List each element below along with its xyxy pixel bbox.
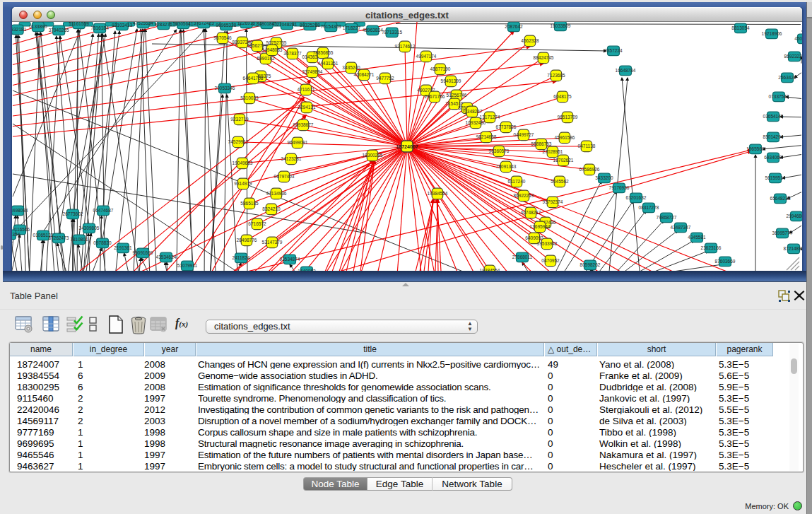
svg-text:51161559: 51161559	[69, 22, 89, 26]
svg-text:78498084: 78498084	[12, 208, 28, 213]
svg-text:0133890: 0133890	[29, 24, 47, 29]
svg-text:7123685: 7123685	[547, 73, 565, 78]
svg-text:51079911: 51079911	[177, 263, 198, 268]
svg-text:0978820: 0978820	[93, 240, 112, 245]
svg-text:9232719: 9232719	[230, 117, 249, 122]
svg-text:03654145: 03654145	[763, 114, 784, 119]
svg-text:56159514: 56159514	[765, 175, 786, 180]
svg-text:5310033: 5310033	[240, 95, 259, 100]
svg-text:96499091: 96499091	[288, 140, 308, 145]
svg-text:37940265: 37940265	[49, 28, 69, 33]
svg-text:06474687: 06474687	[93, 208, 114, 213]
svg-text:96360576: 96360576	[489, 148, 510, 153]
svg-text:87262473: 87262473	[49, 235, 69, 240]
svg-text:9314919: 9314919	[234, 181, 252, 186]
svg-text:18300295: 18300295	[363, 153, 383, 158]
svg-text:49947174: 49947174	[416, 54, 437, 59]
svg-text:98214658: 98214658	[476, 134, 497, 139]
svg-text:67586926: 67586926	[579, 167, 600, 172]
svg-text:93103413: 93103413	[112, 23, 132, 28]
svg-text:93174612: 93174612	[395, 44, 416, 49]
svg-text:74529912: 74529912	[228, 139, 249, 144]
svg-text:86923226: 86923226	[784, 54, 802, 59]
svg-text:79176936: 79176936	[609, 185, 630, 190]
svg-text:84251354: 84251354	[12, 232, 20, 237]
svg-text:6990162: 6990162	[257, 56, 275, 61]
svg-text:6716572: 6716572	[248, 221, 266, 226]
svg-text:2294131: 2294131	[298, 105, 316, 110]
svg-text:1965569: 1965569	[746, 146, 765, 151]
svg-text:65648236: 65648236	[770, 196, 791, 201]
svg-text:2191361: 2191361	[114, 245, 132, 250]
svg-text:19049663: 19049663	[233, 160, 253, 165]
svg-text:13171274: 13171274	[480, 115, 500, 119]
svg-text:27868011: 27868011	[512, 255, 533, 259]
svg-text:78856855: 78856855	[313, 50, 334, 55]
svg-text:55886753: 55886753	[531, 141, 552, 146]
svg-text:2087642: 2087642	[505, 24, 523, 29]
svg-text:33749894: 33749894	[302, 69, 323, 74]
svg-text:6409097: 6409097	[525, 235, 543, 240]
svg-text:78091343: 78091343	[496, 164, 517, 169]
svg-text:6934060: 6934060	[764, 155, 782, 160]
svg-text:70154303: 70154303	[321, 24, 341, 29]
svg-text:36995777: 36995777	[772, 230, 793, 235]
svg-text:47525534: 47525534	[133, 22, 153, 25]
svg-text:34123281: 34123281	[281, 156, 302, 161]
svg-text:88424745: 88424745	[534, 55, 554, 60]
svg-text:93792374: 93792374	[543, 199, 563, 204]
svg-text:27048281: 27048281	[276, 22, 297, 27]
svg-text:67737826: 67737826	[496, 124, 517, 129]
svg-text:50305641: 50305641	[173, 22, 194, 26]
svg-text:4505331: 4505331	[794, 36, 802, 41]
svg-text:2563421: 2563421	[778, 75, 796, 80]
svg-text:2411824: 2411824	[233, 255, 250, 260]
svg-text:3433200: 3433200	[595, 175, 613, 180]
svg-text:6117240: 6117240	[508, 179, 526, 184]
svg-text:0470952: 0470952	[541, 258, 560, 263]
svg-text:06797403: 06797403	[274, 174, 295, 179]
svg-text:0471138: 0471138	[578, 144, 596, 148]
svg-text:9477752: 9477752	[376, 76, 394, 81]
svg-text:18724007: 18724007	[396, 144, 418, 149]
svg-text:53147379: 53147379	[262, 240, 283, 245]
svg-text:43534624: 43534624	[156, 255, 177, 259]
svg-text:86922219: 86922219	[514, 193, 534, 198]
svg-text:64641708: 64641708	[243, 76, 264, 81]
svg-text:43487347: 43487347	[671, 225, 691, 230]
svg-text:40084271: 40084271	[354, 72, 375, 77]
svg-text:39533942: 39533942	[537, 241, 558, 246]
svg-text:7810801: 7810801	[70, 237, 88, 242]
svg-text:63201632: 63201632	[626, 195, 647, 200]
svg-text:5045562: 5045562	[551, 179, 569, 184]
svg-text:20053346: 20053346	[215, 86, 235, 90]
svg-text:6048175: 6048175	[553, 94, 572, 99]
svg-text:54948083: 54948083	[262, 47, 283, 52]
svg-text:19384554: 19384554	[428, 191, 448, 196]
svg-text:8324210: 8324210	[262, 206, 281, 211]
svg-text:40748217: 40748217	[521, 210, 541, 215]
svg-text:26773602: 26773602	[63, 211, 83, 216]
svg-text:4711671: 4711671	[298, 87, 315, 92]
svg-text:4332181: 4332181	[12, 27, 27, 32]
svg-text:93534874: 93534874	[280, 257, 300, 262]
svg-text:7357224: 7357224	[604, 48, 623, 53]
svg-text:3678377: 3678377	[283, 51, 302, 56]
svg-text:47134936: 47134936	[266, 191, 287, 196]
svg-text:99091699: 99091699	[133, 250, 153, 255]
svg-text:89325288: 89325288	[300, 23, 320, 28]
svg-text:9670546: 9670546	[213, 35, 232, 40]
svg-text:13695944: 13695944	[530, 224, 551, 229]
svg-text:18702621: 18702621	[553, 158, 574, 163]
svg-text:79868727: 79868727	[657, 215, 677, 220]
svg-text:99938677: 99938677	[293, 122, 314, 127]
svg-text:70348247: 70348247	[462, 109, 483, 114]
svg-text:5865185: 5865185	[240, 201, 259, 206]
svg-text:87603669: 87603669	[715, 259, 736, 264]
svg-text:45961586: 45961586	[555, 135, 575, 140]
svg-text:1718227: 1718227	[343, 25, 361, 30]
svg-text:4562328: 4562328	[521, 38, 539, 43]
svg-text:80598262: 80598262	[580, 262, 601, 267]
svg-text:29946804: 29946804	[787, 214, 802, 218]
svg-text:08317278: 08317278	[639, 205, 659, 210]
